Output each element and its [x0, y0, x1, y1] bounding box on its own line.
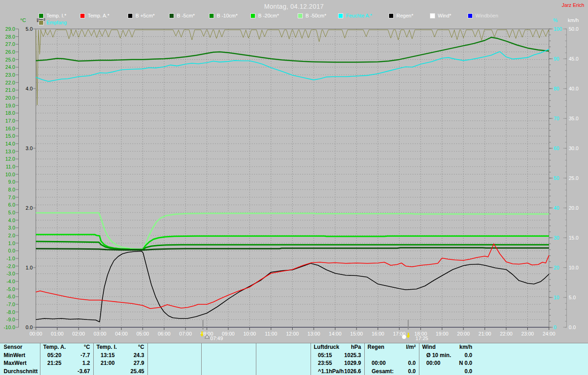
svg-text:20.0: 20.0: [6, 95, 15, 101]
cell-time: [204, 368, 209, 375]
section-title: Luftdruck: [314, 343, 339, 352]
svg-text:13:00: 13:00: [307, 331, 320, 336]
cell-time: [151, 352, 155, 360]
svg-text:3.0: 3.0: [8, 225, 15, 230]
cell-time: 05:20: [43, 352, 62, 360]
svg-text:1.0: 1.0: [8, 241, 15, 246]
svg-text:01:00: 01:00: [51, 331, 64, 336]
section-unit: °C: [84, 343, 90, 352]
cell-value: N 0.0: [459, 359, 472, 368]
cell-time: ^1.1hPa/h: [314, 368, 344, 375]
svg-text:2.0: 2.0: [8, 233, 15, 238]
cell-time: [259, 359, 263, 368]
svg-text:15:00: 15:00: [350, 331, 363, 336]
weather-chart-svg: -10.0-9.0-8.0-7.0-6.0-5.0-4.0-3.0-2.0-1.…: [0, 0, 588, 342]
svg-text:3.0: 3.0: [26, 146, 33, 151]
svg-text:35.0: 35.0: [569, 116, 578, 121]
svg-text:5.0: 5.0: [8, 210, 15, 215]
cell-value: 24.3: [134, 352, 144, 360]
cell-time: 23:55: [314, 359, 332, 368]
cell-value: -3.67: [78, 368, 90, 375]
svg-text:7.0: 7.0: [8, 195, 15, 200]
svg-text:09:00: 09:00: [222, 331, 235, 336]
svg-text:25.0: 25.0: [6, 57, 15, 62]
cell-time: 13:15: [96, 352, 115, 360]
svg-text:17.0: 17.0: [6, 118, 15, 123]
table-section-wind: Windkm/hØ 10 min.0.000:00N 0.00.0: [419, 343, 588, 375]
svg-text:17:25: 17:25: [416, 336, 429, 341]
svg-text:25.0: 25.0: [569, 175, 578, 181]
svg-text:20:00: 20:00: [457, 331, 470, 336]
time-axis: 00:0001:0002:0003:0004:0005:0006:0007:00…: [29, 327, 555, 336]
svg-text:29.0: 29.0: [6, 26, 15, 32]
cell-time: [259, 352, 263, 360]
svg-text:15.0: 15.0: [569, 235, 578, 241]
svg-text:0.0: 0.0: [8, 248, 15, 253]
svg-text:40: 40: [554, 205, 559, 211]
svg-text:23:00: 23:00: [521, 331, 534, 336]
svg-text:11.0: 11.0: [6, 164, 15, 169]
row-label: Durchschnitt: [0, 368, 40, 375]
cell-time: 21:00: [96, 359, 115, 368]
table-section-empty: [202, 343, 256, 375]
svg-text:23.0: 23.0: [6, 72, 15, 78]
cell-time: [151, 359, 155, 368]
svg-text:16.0: 16.0: [6, 126, 15, 131]
svg-text:27.0: 27.0: [6, 41, 15, 47]
cell-value: 25.45: [130, 368, 144, 375]
svg-text:50.0: 50.0: [569, 26, 578, 32]
svg-text:14:00: 14:00: [329, 331, 342, 336]
windspeed-axis: 0.05.010.015.020.025.030.035.040.045.050…: [563, 26, 578, 330]
svg-text:16:00: 16:00: [372, 331, 384, 336]
svg-text:24.0: 24.0: [6, 64, 15, 70]
svg-text:03:00: 03:00: [94, 331, 107, 336]
cell-value: 0.0: [408, 359, 416, 368]
svg-text:10.0: 10.0: [6, 172, 15, 177]
svg-text:22.0: 22.0: [6, 80, 15, 85]
svg-text:06:00: 06:00: [158, 331, 170, 336]
svg-text:-2.0: -2.0: [6, 263, 15, 269]
cell-time: 05:15: [314, 352, 332, 360]
table-section-empty: [148, 343, 202, 375]
table-section-temp-a-: Temp. A.°C05:20-7.721:251.2-3.67: [40, 343, 94, 375]
cell-time: Ø 10 min.: [422, 352, 451, 360]
cell-value: 1026.6: [344, 368, 361, 375]
section-title: Temp. A.: [43, 343, 66, 352]
svg-text:80: 80: [554, 86, 559, 91]
table-section-temp-i-: Temp. I.°C13:1524.321:0027.925.45: [94, 343, 148, 375]
svg-text:10: 10: [554, 295, 559, 300]
cell-time: 00:00: [368, 359, 386, 368]
cell-time: [43, 368, 47, 375]
svg-text:-8.0: -8.0: [6, 309, 15, 315]
svg-text:18.0: 18.0: [6, 110, 15, 116]
svg-text:21:00: 21:00: [479, 331, 492, 336]
svg-text:5.0: 5.0: [569, 295, 576, 300]
svg-text:07:00: 07:00: [179, 331, 192, 336]
cell-time: [422, 368, 426, 375]
section-unit: l/m²: [406, 343, 416, 352]
svg-text:50: 50: [554, 175, 559, 181]
cell-value: 1025.3: [344, 352, 361, 360]
cell-value: 1.2: [82, 359, 90, 368]
svg-text:15.0: 15.0: [6, 133, 15, 139]
svg-text:-7.0: -7.0: [6, 302, 15, 307]
svg-text:13.0: 13.0: [6, 149, 15, 154]
svg-text:5.0: 5.0: [26, 26, 33, 32]
cell-time: [204, 359, 209, 368]
svg-text:20.0: 20.0: [569, 205, 578, 211]
svg-text:1.0: 1.0: [26, 265, 33, 270]
svg-text:60: 60: [554, 146, 559, 151]
cell-time: [204, 352, 209, 360]
svg-text:07:49: 07:49: [210, 336, 223, 341]
svg-text:14.0: 14.0: [6, 141, 15, 146]
svg-text:04:00: 04:00: [115, 331, 128, 336]
cell-time: 21:25: [43, 359, 62, 368]
svg-text:-5.0: -5.0: [6, 286, 15, 292]
svg-text:-1.0: -1.0: [6, 256, 15, 261]
series-temp-a: [36, 244, 549, 308]
cell-time: 00:00: [422, 359, 441, 368]
grid-lines: [36, 29, 549, 327]
svg-text:2.0: 2.0: [26, 205, 33, 211]
svg-text:-6.0: -6.0: [6, 294, 15, 299]
svg-text:00:00: 00:00: [29, 331, 42, 336]
